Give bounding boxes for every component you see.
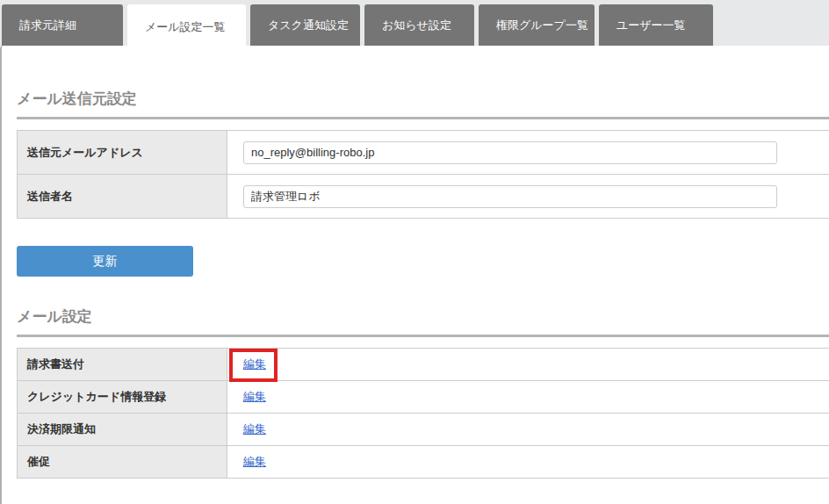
sender-name-cell xyxy=(227,175,829,218)
mail-settings-table: 請求書送付 編集 クレジットカード情報登録 編集 決済期限通知 編集 催促 xyxy=(17,348,829,479)
tab-user-list[interactable]: ユーザー一覧 xyxy=(599,4,713,46)
sender-name-input[interactable] xyxy=(243,185,777,208)
credit-card-registration-label: クレジットカード情報登録 xyxy=(18,381,227,413)
mail-sender-settings-table: 送信元メールアドレス 送信者名 xyxy=(17,130,829,219)
reminder-edit-link[interactable]: 編集 xyxy=(243,454,266,470)
tab-mail-settings-list[interactable]: メール設定一覧 xyxy=(127,4,246,50)
invoice-send-edit-link[interactable]: 編集 xyxy=(243,356,266,372)
reminder-cell: 編集 xyxy=(227,446,829,478)
tab-billing-source-detail[interactable]: 請求元詳細 xyxy=(2,4,123,46)
tab-permission-group-list[interactable]: 権限グループ一覧 xyxy=(479,4,595,46)
sender-email-cell xyxy=(227,131,829,174)
invoice-send-label: 請求書送付 xyxy=(18,349,227,380)
payment-deadline-notice-edit-link[interactable]: 編集 xyxy=(243,421,266,437)
reminder-label: 催促 xyxy=(18,446,227,478)
table-row: 送信元メールアドレス xyxy=(18,131,829,175)
tab-task-notification-settings[interactable]: タスク通知設定 xyxy=(250,4,360,46)
credit-card-registration-edit-link[interactable]: 編集 xyxy=(243,389,266,405)
payment-deadline-notice-label: 決済期限通知 xyxy=(18,414,227,445)
table-row: 請求書送付 編集 xyxy=(18,349,829,381)
invoice-send-cell: 編集 xyxy=(227,349,829,380)
table-row: クレジットカード情報登録 編集 xyxy=(18,381,829,414)
content-panel: メール送信元設定 送信元メールアドレス 送信者名 更新 メール設定 請求書送付 xyxy=(0,46,829,504)
credit-card-registration-cell: 編集 xyxy=(227,381,829,413)
table-row: 送信者名 xyxy=(18,175,829,219)
sender-email-label: 送信元メールアドレス xyxy=(18,131,227,174)
mail-settings-title: メール設定 xyxy=(17,307,829,337)
table-row: 決済期限通知 編集 xyxy=(18,414,829,446)
sender-email-input[interactable] xyxy=(243,141,777,164)
tab-announcement-settings[interactable]: お知らせ設定 xyxy=(364,4,474,46)
payment-deadline-notice-cell: 編集 xyxy=(227,414,829,445)
tab-bar: 請求元詳細 メール設定一覧 タスク通知設定 お知らせ設定 権限グループ一覧 ユー… xyxy=(2,4,713,50)
update-button[interactable]: 更新 xyxy=(17,246,193,277)
mail-sender-settings-title: メール送信元設定 xyxy=(17,90,829,119)
sender-name-label: 送信者名 xyxy=(18,175,227,218)
table-row: 催促 編集 xyxy=(18,446,829,479)
